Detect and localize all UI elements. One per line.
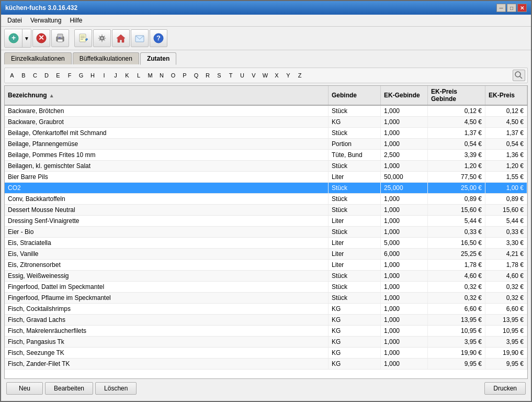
edit-button[interactable] bbox=[74, 29, 92, 47]
table-row[interactable]: Beilage, Ofenkartoffel mit Schmand Stück… bbox=[5, 128, 527, 139]
cell-bezeichnung: Fisch, Pangasius Tk bbox=[5, 337, 329, 347]
cell-bezeichnung: Dressing Senf-Vinaigrette bbox=[5, 216, 329, 226]
cell-bezeichnung: Fingerfood, Pflaume im Speckmantel bbox=[5, 293, 329, 303]
alpha-M[interactable]: M bbox=[145, 70, 155, 81]
alpha-S[interactable]: S bbox=[214, 70, 224, 81]
home-button[interactable] bbox=[112, 29, 130, 47]
cell-ek-gebinde: 1,000 bbox=[381, 205, 428, 215]
table-row[interactable]: Fisch, Zander-Filet TK KG 1,000 9,95 € 9… bbox=[5, 359, 527, 370]
table-row[interactable]: Fingerfood, Pflaume im Speckmantel Stück… bbox=[5, 293, 527, 304]
tab-zutaten[interactable]: Zutaten bbox=[140, 52, 176, 65]
mail-button[interactable] bbox=[131, 29, 149, 47]
cell-ek-preis-gebinde: 16,50 € bbox=[428, 238, 485, 248]
table-row[interactable]: Backware, Brötchen Stück 1,000 0,12 € 0,… bbox=[5, 106, 527, 117]
alpha-P[interactable]: P bbox=[179, 70, 190, 81]
alpha-G[interactable]: G bbox=[76, 70, 86, 81]
maximize-button[interactable]: □ bbox=[507, 4, 516, 12]
alpha-B[interactable]: B bbox=[18, 70, 29, 81]
table-row[interactable]: Fisch, Cocktailshrimps KG 1,000 6,60 € 6… bbox=[5, 304, 527, 315]
neu-button[interactable]: Neu bbox=[6, 382, 43, 395]
cell-ek-preis: 1,55 € bbox=[485, 172, 527, 182]
alpha-N[interactable]: N bbox=[156, 70, 167, 81]
alpha-X[interactable]: X bbox=[271, 70, 282, 81]
table-row[interactable]: Beilage, Pommes Frites 10 mm Tüte, Bund … bbox=[5, 150, 527, 161]
cell-bezeichnung: Conv, Backkartoffeln bbox=[5, 194, 329, 204]
table-row[interactable]: CO2 Stück 25,000 25,00 € 1,00 € bbox=[5, 183, 527, 194]
alpha-D[interactable]: D bbox=[41, 70, 52, 81]
search-button[interactable] bbox=[513, 70, 525, 81]
alpha-I[interactable]: I bbox=[99, 70, 109, 81]
alpha-Z[interactable]: Z bbox=[295, 70, 305, 81]
col-header-ek-preis[interactable]: EK-Preis bbox=[485, 86, 527, 105]
table-row[interactable]: Fisch, Makrelenräucherfilets KG 1,000 10… bbox=[5, 326, 527, 337]
alpha-E[interactable]: E bbox=[53, 70, 63, 81]
title-bar: küchen-fuchs 3.0.16.432 ─ □ ✕ bbox=[1, 1, 531, 15]
drucken-button[interactable]: Drucken bbox=[484, 382, 526, 395]
loeschen-button[interactable]: Löschen bbox=[95, 382, 137, 395]
col-header-gebinde[interactable]: Gebinde bbox=[329, 86, 381, 105]
alpha-H[interactable]: H bbox=[87, 70, 98, 81]
cell-ek-preis-gebinde: 0,32 € bbox=[428, 282, 485, 292]
table-row[interactable]: Beilage, Pfannengemüse Portion 1,000 0,5… bbox=[5, 139, 527, 150]
col-header-ek-preis-gebinde[interactable]: EK-Preis Gebinde bbox=[428, 86, 485, 105]
cell-ek-gebinde: 1,000 bbox=[381, 282, 428, 292]
table-row[interactable]: Dressing Senf-Vinaigrette Liter 1,000 5,… bbox=[5, 216, 527, 227]
bearbeiten-button[interactable]: Bearbeiten bbox=[45, 382, 93, 395]
cell-ek-preis-gebinde: 4,50 € bbox=[428, 117, 485, 127]
table-row[interactable]: Eier - Bio Stück 1,000 0,33 € 0,33 € bbox=[5, 227, 527, 238]
menu-datei[interactable]: Datei bbox=[3, 16, 26, 25]
table-row[interactable]: Fisch, Gravad Lachs KG 1,000 13,95 € 13,… bbox=[5, 315, 527, 326]
table-row[interactable]: Eis, Straciatella Liter 5,000 16,50 € 3,… bbox=[5, 238, 527, 249]
table-row[interactable]: Conv, Backkartoffeln Stück 1,000 0,89 € … bbox=[5, 194, 527, 205]
alpha-O[interactable]: O bbox=[168, 70, 178, 81]
cell-ek-preis: 0,12 € bbox=[485, 106, 527, 116]
table-row[interactable]: Eis, Vanille Liter 6,000 25,25 € 4,21 € bbox=[5, 249, 527, 260]
menu-verwaltung[interactable]: Verwaltung bbox=[26, 16, 65, 25]
alpha-F[interactable]: F bbox=[64, 70, 75, 81]
col-header-ek-gebinde[interactable]: EK-Gebinde bbox=[381, 86, 428, 105]
svg-point-17 bbox=[515, 72, 520, 77]
table-row[interactable]: Fingerfood, Dattel im Speckmantel Stück … bbox=[5, 282, 527, 293]
cell-gebinde: Stück bbox=[329, 106, 381, 116]
settings-button[interactable] bbox=[93, 29, 111, 47]
table-row[interactable]: Beilagen, kl. gemischter Salat Stück 1,0… bbox=[5, 161, 527, 172]
alpha-T[interactable]: T bbox=[225, 70, 236, 81]
alpha-W[interactable]: W bbox=[260, 70, 270, 81]
cell-ek-preis: 1,37 € bbox=[485, 128, 527, 138]
menu-hilfe[interactable]: Hilfe bbox=[65, 16, 86, 25]
table-row[interactable]: Essig, Weißweinessig Stück 1,000 4,60 € … bbox=[5, 271, 527, 282]
cell-ek-preis-gebinde: 0,32 € bbox=[428, 293, 485, 303]
close-button[interactable]: ✕ bbox=[517, 4, 527, 12]
table-row[interactable]: Backware, Graubrot KG 1,000 4,50 € 4,50 … bbox=[5, 117, 527, 128]
print-button[interactable] bbox=[51, 29, 69, 47]
cell-ek-gebinde: 1,000 bbox=[381, 315, 428, 325]
cell-ek-gebinde: 1,000 bbox=[381, 227, 428, 237]
alpha-U[interactable]: U bbox=[237, 70, 247, 81]
table-row[interactable]: Bier Barre Pils Liter 50,000 77,50 € 1,5… bbox=[5, 172, 527, 183]
cell-bezeichnung: Fisch, Cocktailshrimps bbox=[5, 304, 329, 314]
alpha-J[interactable]: J bbox=[110, 70, 121, 81]
table-row[interactable]: Eis, Zitronensorbet Liter 1,000 1,78 € 1… bbox=[5, 260, 527, 271]
delete-button[interactable]: ✕ bbox=[32, 29, 50, 47]
tab-einzelkalkulationen[interactable]: Einzelkalkulationen bbox=[4, 52, 72, 64]
add-dropdown-arrow[interactable]: ▼ bbox=[22, 29, 31, 47]
table-row[interactable]: Fisch, Pangasius Tk KG 1,000 3,95 € 3,95… bbox=[5, 337, 527, 348]
alpha-C[interactable]: C bbox=[30, 70, 40, 81]
add-button[interactable]: + bbox=[5, 29, 22, 47]
alpha-K[interactable]: K bbox=[122, 70, 132, 81]
alpha-Q[interactable]: Q bbox=[191, 70, 201, 81]
alpha-L[interactable]: L bbox=[133, 70, 144, 81]
tab-bueffetkalkulationen[interactable]: Büffetkalkulationen bbox=[73, 52, 139, 64]
table-row[interactable]: Dessert Mousse Neutral Stück 1,000 15,60… bbox=[5, 205, 527, 216]
alpha-V[interactable]: V bbox=[248, 70, 259, 81]
svg-point-13 bbox=[101, 37, 103, 39]
table-row[interactable]: Fisch, Seezunge TK KG 1,000 19,90 € 19,9… bbox=[5, 348, 527, 359]
alpha-A[interactable]: A bbox=[7, 70, 17, 81]
cell-gebinde: Stück bbox=[329, 205, 381, 215]
alpha-R[interactable]: R bbox=[202, 70, 213, 81]
help-button[interactable]: ? bbox=[150, 29, 167, 47]
svg-rect-6 bbox=[58, 39, 63, 42]
alpha-Y[interactable]: Y bbox=[283, 70, 293, 81]
minimize-button[interactable]: ─ bbox=[496, 4, 506, 12]
col-header-bezeichnung[interactable]: Bezeichnung ▲ bbox=[5, 86, 329, 105]
